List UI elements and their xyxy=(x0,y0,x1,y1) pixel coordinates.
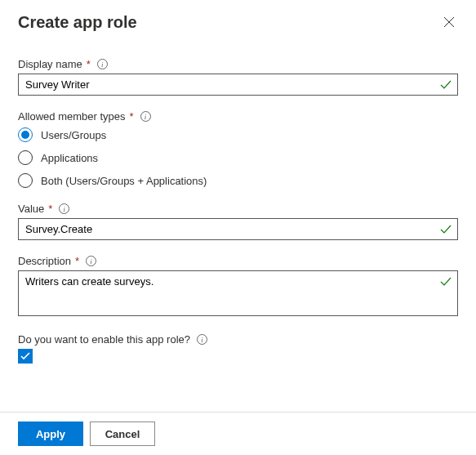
required-indicator: * xyxy=(130,110,134,123)
enable-checkbox[interactable] xyxy=(18,349,33,364)
enable-label: Do you want to enable this app role? xyxy=(18,333,190,346)
radio-both[interactable]: Both (Users/Groups + Applications) xyxy=(18,173,458,188)
info-icon[interactable]: i xyxy=(59,203,69,214)
display-name-label: Display name xyxy=(18,58,82,70)
member-types-label: Allowed member types xyxy=(18,110,126,123)
radio-icon xyxy=(18,173,33,188)
required-indicator: * xyxy=(87,58,91,70)
description-input[interactable] xyxy=(18,270,458,316)
page-title: Create app role xyxy=(18,13,137,32)
radio-label: Users/Groups xyxy=(41,129,106,141)
value-label: Value xyxy=(18,203,44,215)
apply-button[interactable]: Apply xyxy=(18,422,83,446)
radio-icon xyxy=(18,150,33,165)
value-input[interactable] xyxy=(18,218,458,240)
cancel-button[interactable]: Cancel xyxy=(90,422,155,446)
radio-icon xyxy=(18,127,33,142)
info-icon[interactable]: i xyxy=(197,334,207,345)
required-indicator: * xyxy=(75,255,79,267)
close-icon[interactable] xyxy=(440,13,458,33)
info-icon[interactable]: i xyxy=(140,111,151,122)
radio-users-groups[interactable]: Users/Groups xyxy=(18,127,458,142)
radio-applications[interactable]: Applications xyxy=(18,150,458,165)
info-icon[interactable]: i xyxy=(86,256,96,266)
radio-label: Both (Users/Groups + Applications) xyxy=(41,175,207,187)
radio-label: Applications xyxy=(41,152,98,164)
required-indicator: * xyxy=(48,203,52,215)
info-icon[interactable]: i xyxy=(97,59,108,69)
display-name-input[interactable] xyxy=(18,74,458,96)
description-label: Description xyxy=(18,255,71,267)
